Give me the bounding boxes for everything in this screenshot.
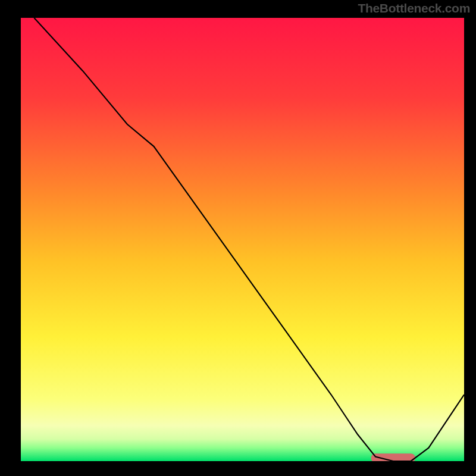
chart-container [21,18,464,461]
attribution-text: TheBottleneck.com [358,1,470,15]
bottleneck-chart [21,18,464,461]
chart-background [21,18,464,461]
